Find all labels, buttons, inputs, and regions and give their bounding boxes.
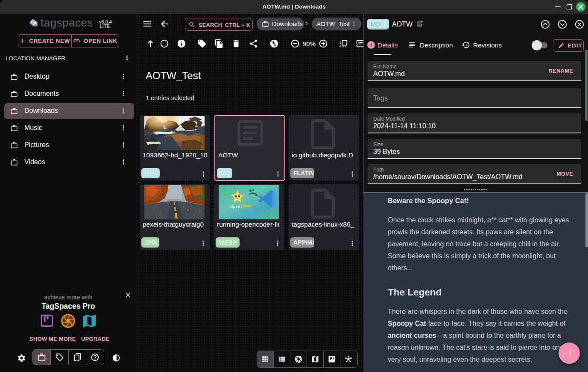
svg-text:Open: Open [230, 204, 240, 209]
svg-text:Coder: Coder [241, 204, 252, 208]
